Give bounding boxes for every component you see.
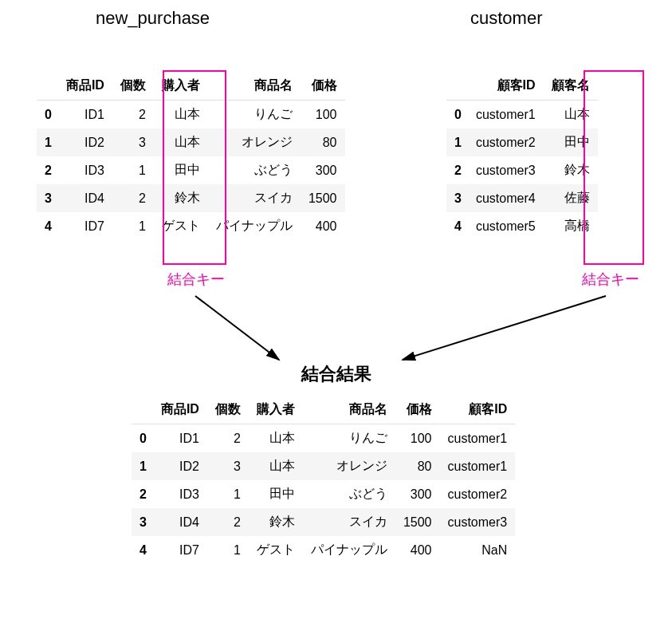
cell: 300 <box>395 480 440 508</box>
col-header: 購入者 <box>249 396 303 424</box>
cell: 300 <box>301 156 345 184</box>
cell: 2 <box>112 101 154 129</box>
cell: customer3 <box>440 508 516 536</box>
table-row: 2ID31田中ぶどう300 <box>37 156 345 184</box>
table-row: 1customer2田中 <box>446 128 598 156</box>
cell: 1 <box>112 212 154 240</box>
cell: customer1 <box>440 452 516 480</box>
table-row: 4ID71ゲストパイナップル400 <box>37 212 345 240</box>
cell: 80 <box>301 128 345 156</box>
row-index: 4 <box>446 212 468 240</box>
row-index: 4 <box>37 212 58 240</box>
cell: customer5 <box>468 212 544 240</box>
arrow-left-icon <box>191 292 295 372</box>
cell: 2 <box>207 508 249 536</box>
table-row: 3ID42鈴木スイカ1500customer3 <box>132 508 515 536</box>
result-table: 商品ID 個数 購入者 商品名 価格 顧客ID 0ID12山本りんご100cus… <box>132 396 515 564</box>
cell: 100 <box>395 424 440 453</box>
cell: 1 <box>207 536 249 564</box>
cell: 400 <box>301 212 345 240</box>
arrow-right-icon <box>391 292 614 372</box>
cell: 佐藤 <box>544 184 598 212</box>
cell: パイナップル <box>208 212 301 240</box>
row-index: 2 <box>132 480 153 508</box>
cell: ぶどう <box>303 480 395 508</box>
cell: ID3 <box>58 156 112 184</box>
col-header: 商品ID <box>153 396 207 424</box>
cell: 1500 <box>301 184 345 212</box>
table-title-right: customer <box>470 8 542 29</box>
row-index: 0 <box>37 101 58 129</box>
col-header: 個数 <box>112 72 154 101</box>
col-header: 顧客ID <box>468 72 544 101</box>
cell: オレンジ <box>208 128 301 156</box>
col-header: 商品ID <box>58 72 112 101</box>
cell: customer1 <box>440 424 516 453</box>
cell: NaN <box>440 536 516 564</box>
table-row: 4customer5高橋 <box>446 212 598 240</box>
key-label-right: 結合キー <box>582 270 639 289</box>
cell: 鈴木 <box>154 184 208 212</box>
cell: 1500 <box>395 508 440 536</box>
row-index: 0 <box>446 101 468 129</box>
table-row: 3ID42鈴木スイカ1500 <box>37 184 345 212</box>
row-index: 3 <box>132 508 153 536</box>
row-index: 4 <box>132 536 153 564</box>
row-index: 1 <box>132 452 153 480</box>
cell: 田中 <box>154 156 208 184</box>
table-row: 3customer4佐藤 <box>446 184 598 212</box>
col-header: 商品名 <box>208 72 301 101</box>
cell: 鈴木 <box>544 156 598 184</box>
cell: ID4 <box>58 184 112 212</box>
cell: 2 <box>112 184 154 212</box>
cell: 80 <box>395 452 440 480</box>
table-row: 2ID31田中ぶどう300customer2 <box>132 480 515 508</box>
cell: 山本 <box>249 452 303 480</box>
cell: ゲスト <box>249 536 303 564</box>
cell: スイカ <box>303 508 395 536</box>
col-header: 顧客名 <box>544 72 598 101</box>
row-index: 0 <box>132 424 153 453</box>
cell: ID4 <box>153 508 207 536</box>
cell: 400 <box>395 536 440 564</box>
cell: 2 <box>207 424 249 453</box>
col-header: 顧客ID <box>440 396 516 424</box>
cell: 3 <box>112 128 154 156</box>
table-title-left: new_purchase <box>96 8 210 29</box>
cell: 高橋 <box>544 212 598 240</box>
cell: customer3 <box>468 156 544 184</box>
col-header: 価格 <box>301 72 345 101</box>
purchase-table: 商品ID 個数 購入者 商品名 価格 0ID12山本りんご1001ID23山本オ… <box>37 72 345 240</box>
row-index: 3 <box>37 184 58 212</box>
row-index: 2 <box>446 156 468 184</box>
col-header: 購入者 <box>154 72 208 101</box>
cell: りんご <box>208 101 301 129</box>
svg-line-1 <box>403 296 606 360</box>
row-index: 1 <box>446 128 468 156</box>
cell: りんご <box>303 424 395 453</box>
cell: ゲスト <box>154 212 208 240</box>
cell: ID2 <box>153 452 207 480</box>
col-header: 価格 <box>395 396 440 424</box>
cell: 1 <box>207 480 249 508</box>
cell: ID7 <box>153 536 207 564</box>
cell: スイカ <box>208 184 301 212</box>
row-index: 1 <box>37 128 58 156</box>
table-row: 1ID23山本オレンジ80 <box>37 128 345 156</box>
cell: ID2 <box>58 128 112 156</box>
cell: 田中 <box>544 128 598 156</box>
table-row: 1ID23山本オレンジ80customer1 <box>132 452 515 480</box>
row-index: 2 <box>37 156 58 184</box>
svg-line-0 <box>195 296 279 360</box>
col-header: 商品名 <box>303 396 395 424</box>
cell: 山本 <box>249 424 303 453</box>
cell: 3 <box>207 452 249 480</box>
cell: 山本 <box>154 101 208 129</box>
table-row: 0customer1山本 <box>446 101 598 129</box>
cell: ID3 <box>153 480 207 508</box>
cell: パイナップル <box>303 536 395 564</box>
key-label-left: 結合キー <box>167 270 225 289</box>
cell: customer2 <box>440 480 516 508</box>
cell: 山本 <box>544 101 598 129</box>
cell: ID1 <box>58 101 112 129</box>
